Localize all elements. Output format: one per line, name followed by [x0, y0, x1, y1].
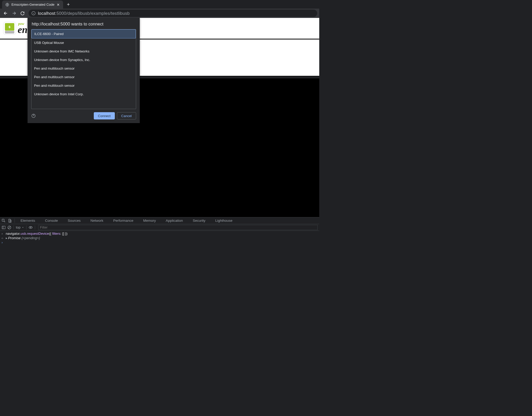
usb-permission-dialog: http://localhost:5000 wants to connect I… — [28, 18, 140, 123]
devtools-tab-network[interactable]: Network — [88, 219, 105, 223]
logo-em-label: en — [18, 25, 28, 35]
emscripten-logo-icon — [3, 22, 16, 35]
address-bar[interactable]: localhost:5000/deps/libusb/examples/test… — [29, 10, 317, 17]
device-toolbar-icon[interactable] — [8, 219, 12, 223]
console-toolbar: top — [0, 224, 319, 231]
console-output[interactable]: › navigator.usb.requestDevice({ filters:… — [0, 231, 319, 250]
svg-rect-4 — [9, 219, 10, 222]
sidebar-toggle-icon[interactable] — [2, 225, 6, 230]
back-button[interactable] — [2, 10, 9, 17]
connect-button[interactable]: Connect — [94, 112, 115, 119]
reload-button[interactable] — [19, 10, 26, 17]
dialog-title: http://localhost:5000 wants to connect — [28, 18, 140, 29]
console-output-line: ‹· ▸Promise {<pending>} — [2, 236, 318, 240]
clear-console-icon[interactable] — [7, 225, 11, 230]
prompt-icon: › — [2, 232, 4, 236]
devtools-tab-sources[interactable]: Sources — [66, 219, 83, 223]
devtools-tab-bar: ElementsConsoleSourcesNetworkPerformance… — [0, 217, 319, 224]
device-item[interactable]: USB Optical Mouse — [31, 38, 136, 47]
devtools-tab-console[interactable]: Console — [43, 219, 60, 223]
live-expression-icon[interactable] — [29, 225, 33, 230]
device-item[interactable]: ILCE-6600 - Paired — [31, 29, 136, 38]
devtools-tab-application[interactable]: Application — [164, 219, 185, 223]
devtools-tab-lighthouse[interactable]: Lighthouse — [213, 219, 235, 223]
device-item[interactable]: Pen and multitouch sensor — [31, 81, 136, 90]
return-icon: ‹· — [2, 236, 4, 240]
console-input-line: › navigator.usb.requestDevice({ filters:… — [2, 231, 318, 236]
device-item[interactable]: Unknown device from Synaptics, Inc. — [31, 56, 136, 64]
console-prompt[interactable]: › — [2, 240, 318, 245]
url-text: localhost:5000/deps/libusb/examples/test… — [38, 11, 130, 16]
cancel-button[interactable]: Cancel — [117, 112, 136, 119]
tab-title: Emscripten-Generated Code — [11, 3, 54, 6]
devtools-tab-performance[interactable]: Performance — [111, 219, 135, 223]
tab-bar: Emscripten-Generated Code — [0, 0, 319, 9]
logo-text: pow en — [18, 22, 28, 35]
svg-rect-6 — [2, 226, 5, 229]
device-item[interactable]: Unknown device from IMC Networks — [31, 47, 136, 56]
console-input-text: navigator.usb.requestDevice({ filters: [… — [6, 232, 68, 236]
console-filter-input[interactable] — [38, 225, 318, 230]
new-tab-button[interactable] — [65, 0, 72, 9]
inspect-icon[interactable] — [2, 219, 6, 223]
dialog-footer: Connect Cancel — [28, 109, 140, 123]
forward-button[interactable] — [10, 10, 18, 17]
device-item[interactable]: Pen and multitouch sensor — [31, 64, 136, 73]
browser-tab[interactable]: Emscripten-Generated Code — [2, 1, 63, 9]
toolbar: localhost:5000/deps/libusb/examples/test… — [0, 9, 319, 18]
devtools-tab-memory[interactable]: Memory — [141, 219, 158, 223]
devtools-tab-elements[interactable]: Elements — [18, 219, 37, 223]
devtools-panel: ElementsConsoleSourcesNetworkPerformance… — [0, 217, 319, 250]
device-list: ILCE-6600 - PairedUSB Optical MouseUnkno… — [31, 29, 136, 109]
close-icon[interactable] — [56, 3, 60, 6]
help-icon[interactable] — [31, 113, 36, 118]
globe-icon — [5, 3, 9, 7]
console-output-text: ▸Promise {<pending>} — [6, 236, 40, 240]
svg-point-8 — [30, 227, 31, 228]
prompt-icon: › — [2, 240, 3, 244]
devtools-tab-security[interactable]: Security — [191, 219, 208, 223]
device-item[interactable]: Unknown device from Intel Corp. — [31, 90, 136, 98]
site-info-icon[interactable] — [31, 11, 36, 16]
context-selector[interactable]: top — [16, 225, 24, 229]
device-item[interactable]: Pen and multitouch sensor — [31, 73, 136, 81]
